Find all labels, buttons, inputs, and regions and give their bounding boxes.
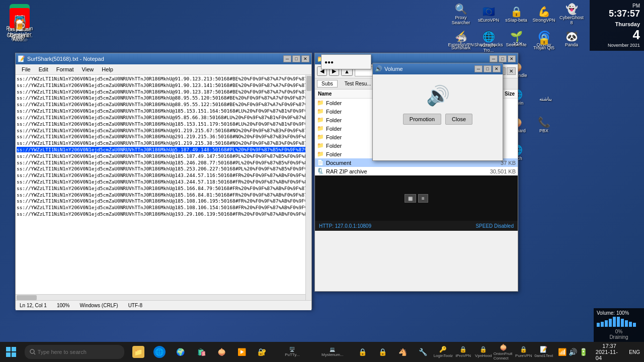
eurovpn-icon: 🇪🇺: [482, 6, 495, 18]
explorer-minimize-button[interactable]: ─: [490, 55, 498, 62]
explorer-view-button[interactable]: ▦: [405, 194, 416, 203]
tray-v2rayn[interactable]: 🌐 V2rayN-Tro...: [476, 30, 501, 54]
tray-surfshark[interactable]: 🦈 Surfshark: [449, 30, 473, 54]
purevpn-label: PureVPN: [515, 353, 532, 358]
folder-icon3: 📁: [317, 117, 324, 123]
taskbar-hmavpn[interactable]: 🐴: [393, 342, 413, 362]
notepad-window: 📝 SurfShark(50168).txt - Notepad ─ □ ✕ F…: [15, 53, 312, 309]
taskbar-0and1[interactable]: 📝 0and1Text: [534, 342, 554, 362]
taskbar-kmplayer[interactable]: ▶️: [232, 342, 252, 362]
kmplayer-taskbar-icon: ▶️: [236, 346, 248, 358]
clock-widget: PM 5:37:57 Thursday 4 November 2021: [590, 0, 644, 51]
taskbar-battery-icon: 🔋: [579, 348, 588, 356]
notepad-menu-view[interactable]: View: [78, 65, 98, 73]
notepad-menu: File Edit Format View Help: [16, 64, 311, 75]
volume-popup-content: 🔊 Promotion Close: [373, 74, 503, 135]
taskbar-onion[interactable]: 🧅 OnionFruit Connect: [494, 342, 514, 362]
taskbar-mystenum[interactable]: 💻 Mystenum...: [312, 342, 353, 362]
taskbar-fileexplorer-icon[interactable]: 📁: [128, 342, 148, 362]
notepad-close-button[interactable]: ✕: [301, 55, 309, 62]
chrome-taskbar-icon: 🌍: [175, 346, 187, 358]
notepad-minimize-button[interactable]: ─: [283, 55, 291, 62]
taskbar-vpnhood[interactable]: 🔒 VpnHood: [473, 342, 494, 362]
taskbar-amnesia[interactable]: 🔒: [353, 342, 373, 362]
taskbar-chrome-icon[interactable]: 🌍: [171, 342, 191, 362]
taskbar-ivacy[interactable]: 🔒: [373, 342, 393, 362]
notepad-maximize-button[interactable]: □: [292, 55, 300, 62]
surfshark-icon: 🦈: [455, 33, 467, 45]
notepad-controls: ─ □ ✕: [283, 55, 309, 62]
volume-popup-window: 🔊 Volume ─ □ ✕ 🔊 Promotion Close: [372, 63, 503, 161]
taskbar-date: 2021-11-04: [596, 349, 623, 361]
notepad-titlebar[interactable]: 📝 SurfShark(50168).txt - Notepad ─ □ ✕: [16, 53, 311, 64]
notepad-hscrollbar[interactable]: [16, 294, 305, 300]
taskbar-store-icon[interactable]: 🛍️: [192, 342, 212, 362]
purevpn-icon: 🔒: [520, 346, 527, 353]
explorer-item-rar[interactable]: 🗜️ RAR ZIP archive 30,501 KB: [315, 167, 518, 175]
notepad-content-area[interactable]: ss://YWZzLTI1NiN1nY206V0N1ejd5cmZaU0NRUV…: [16, 75, 311, 300]
tray-ssiap[interactable]: 🔒 sSIap-beta: [504, 2, 528, 26]
notepad-zoom: 100%: [57, 303, 70, 308]
taskbar-search-bar[interactable]: [25, 345, 124, 359]
tray-strongvpn[interactable]: 💪 StrongVPN: [532, 2, 556, 26]
volume-minimize-button[interactable]: ─: [474, 65, 482, 72]
taskbar-edge-icon[interactable]: 🌐: [149, 342, 170, 362]
hmavpn-icon: 🐴: [397, 346, 409, 358]
folder-icon4: 📁: [317, 125, 324, 132]
notepad-menu-file[interactable]: File: [18, 65, 35, 73]
document-icon: 📄: [317, 159, 324, 166]
putty-taskbar-icon: 🖥️: [289, 347, 295, 352]
cyberghost-label: CyberGhost 8: [559, 15, 584, 25]
taskbar-purevpn[interactable]: 🔒 PureVPN: [514, 342, 534, 362]
alco-icon: 🍺: [10, 15, 30, 35]
taskbar-bottom-apps: 🧅 ▶️ 🔐 🖥️ PuTTy... 💻 Mystenum...: [212, 342, 554, 362]
explorer-tab-subs[interactable]: Subs: [317, 80, 338, 87]
iprovpn-label: iProVPN: [455, 353, 471, 358]
desktop-icon-alco[interactable]: 🍺 Alco...: [2, 13, 37, 45]
taskbar-iprovpn[interactable]: 🔒 iProVPN: [453, 342, 473, 362]
0and1-label: 0and1Text: [534, 353, 553, 358]
notepad-menu-edit[interactable]: Edit: [35, 65, 52, 73]
notepad-scrollbar-thumb[interactable]: [306, 76, 311, 91]
folder-icon7: 📁: [317, 151, 324, 157]
taskbar-sys-icons: 📶 🔊 🔋: [554, 348, 592, 356]
tray-eurovpn[interactable]: 🇪🇺 sEuroVPN: [476, 2, 501, 26]
svg-rect-3: [12, 352, 16, 357]
notepad-menu-help[interactable]: Help: [98, 65, 117, 73]
explorer-list-button[interactable]: ≡: [418, 194, 428, 203]
tray-trojan-qt5[interactable]: 🔒 Trojan Qt5: [532, 30, 556, 54]
mystenum-icon: 💻: [330, 347, 335, 352]
tray-pbx[interactable]: 📞 PBX: [532, 113, 556, 137]
explorer-bottom-buttons: ▦ ≡: [400, 192, 432, 205]
close-popup-button[interactable]: Close: [445, 114, 472, 125]
notepad-line-ending: Windows (CRLF): [80, 303, 118, 308]
vpnhood-icon: 🔒: [479, 346, 487, 353]
promotion-button[interactable]: Promotion: [403, 114, 441, 125]
eurovpn-label: sEuroVPN: [478, 18, 499, 23]
volume-close-button[interactable]: ✕: [493, 65, 501, 72]
fileexplorer-icon: 📁: [132, 346, 144, 358]
taskbar-search-input[interactable]: [38, 349, 118, 355]
windows-logo-icon: [6, 347, 16, 357]
tray-arabic2: يناشته: [532, 85, 559, 112]
volume-titlebar[interactable]: 🔊 Volume ─ □ ✕: [373, 63, 503, 74]
tray-cyberghost[interactable]: 👻 CyberGhost 8: [559, 2, 584, 26]
taskbar-vega[interactable]: 🔐: [252, 342, 272, 362]
start-button[interactable]: [0, 342, 23, 362]
notepad-scrollbar[interactable]: [305, 75, 311, 300]
notepad-menu-format[interactable]: Format: [52, 65, 78, 73]
notepad-hscrollbar-thumb[interactable]: [17, 295, 37, 300]
taskbar-uproxy[interactable]: 🔧: [413, 342, 433, 362]
vpnhood-label: VpnHood: [475, 353, 492, 358]
explorer-controls: ─ □ ✕: [490, 55, 516, 62]
explorer-close-button[interactable]: ✕: [508, 55, 516, 62]
volume-maximize-button[interactable]: □: [484, 65, 492, 72]
tray-proxy-searcher[interactable]: 🔍 Proxy Searcher: [449, 2, 473, 26]
explorer-maximize-button[interactable]: □: [499, 55, 507, 62]
taskbar-logintoolz[interactable]: 🔑 LoginToolz: [433, 342, 453, 362]
uproxy-icon: 🔧: [417, 346, 429, 358]
taskbar-putty[interactable]: 🖥️ PuTTy...: [272, 342, 312, 362]
explorer-close-x-button[interactable]: ✕: [507, 67, 516, 75]
taskbar-tor-browser[interactable]: 🧅: [212, 342, 232, 362]
explorer-tab-testresult[interactable]: Test Resu...: [341, 80, 375, 87]
